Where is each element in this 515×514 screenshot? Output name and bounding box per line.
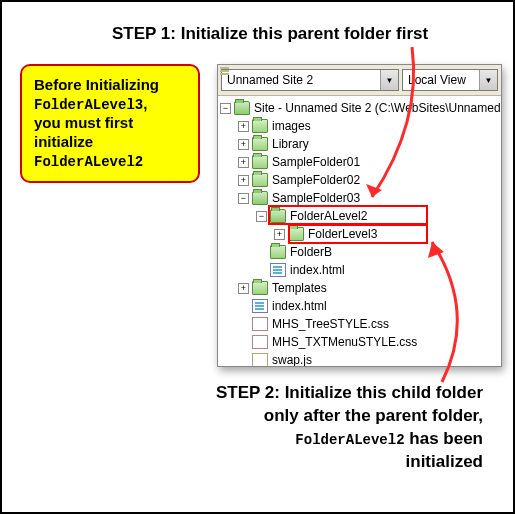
- view-select-value: Local View: [408, 73, 466, 87]
- tree-label: Templates: [272, 281, 327, 295]
- tree-label: SampleFolder02: [272, 173, 360, 187]
- callout-code1: FolderALevel3: [34, 97, 143, 113]
- step2-line4: initialized: [406, 452, 483, 471]
- tree-label: SampleFolder01: [272, 155, 360, 169]
- panel-toolbar: Unnamed Site 2 ▼ Local View ▼: [218, 65, 501, 96]
- tree-row-css1[interactable]: MHS_TreeSTYLE.css: [220, 315, 501, 333]
- expand-toggle[interactable]: +: [238, 283, 249, 294]
- tree-row-sf02[interactable]: + SampleFolder02: [220, 171, 501, 189]
- tree-row-root[interactable]: − Site - Unnamed Site 2 (C:\WebSites\Unn…: [220, 99, 501, 117]
- folder-icon: [288, 227, 304, 241]
- folder-icon: [252, 137, 268, 151]
- folder-icon: [270, 245, 286, 259]
- tree-label: images: [272, 119, 311, 133]
- callout-line4: initialize: [34, 133, 93, 150]
- tree-row-fb[interactable]: FolderB: [220, 243, 501, 261]
- folder-open-icon: [252, 191, 268, 205]
- tree-row-fal2[interactable]: − FolderALevel2: [220, 207, 501, 225]
- warning-callout: Before Initializing FolderALevel3, you m…: [20, 64, 200, 183]
- dropdown-arrow-icon: ▼: [380, 70, 398, 90]
- tree-row-idx2[interactable]: index.html: [220, 297, 501, 315]
- expand-toggle[interactable]: +: [238, 175, 249, 186]
- step2-heading: STEP 2: Initialize this child folder onl…: [153, 382, 483, 474]
- dropdown-arrow-icon: ▼: [479, 70, 497, 90]
- folder-icon: [252, 281, 268, 295]
- view-select[interactable]: Local View ▼: [402, 69, 498, 91]
- tree-label: index.html: [290, 263, 345, 277]
- tree-label: index.html: [272, 299, 327, 313]
- tree-row-css2[interactable]: MHS_TXTMenuSTYLE.css: [220, 333, 501, 351]
- js-file-icon: [252, 353, 268, 366]
- tree-label: MHS_TreeSTYLE.css: [272, 317, 389, 331]
- html-file-icon: [252, 299, 268, 313]
- tree-label: Library: [272, 137, 309, 151]
- folder-open-icon: [234, 101, 250, 115]
- css-file-icon: [252, 335, 268, 349]
- step2-line1: STEP 2: Initialize this child folder: [216, 383, 483, 402]
- tree-row-fl3[interactable]: + FolderLevel3: [220, 225, 501, 243]
- files-panel: Unnamed Site 2 ▼ Local View ▼ − Site - U…: [217, 64, 502, 367]
- tree-row-idx[interactable]: index.html: [220, 261, 501, 279]
- tree-row-sf03[interactable]: − SampleFolder03: [220, 189, 501, 207]
- tree-label: Site - Unnamed Site 2 (C:\WebSites\Unnam…: [254, 101, 501, 115]
- callout-line1: Before Initializing: [34, 76, 159, 93]
- tree-row-templates[interactable]: + Templates: [220, 279, 501, 297]
- step2-line3b: has been: [405, 429, 483, 448]
- site-select-value: Unnamed Site 2: [227, 73, 313, 87]
- expand-toggle[interactable]: +: [238, 139, 249, 150]
- tree-label: SampleFolder03: [272, 191, 360, 205]
- callout-comma: ,: [143, 95, 147, 112]
- site-select[interactable]: Unnamed Site 2 ▼: [221, 69, 399, 91]
- step2-code: FolderALevel2: [295, 432, 404, 448]
- expand-toggle[interactable]: +: [274, 229, 285, 240]
- tree-label: FolderLevel3: [308, 227, 377, 241]
- folder-icon: [252, 119, 268, 133]
- tree-row-js[interactable]: swap.js: [220, 351, 501, 366]
- tree-row-sf01[interactable]: + SampleFolder01: [220, 153, 501, 171]
- html-file-icon: [270, 263, 286, 277]
- callout-code2: FolderALevel2: [34, 154, 143, 170]
- folder-open-icon: [270, 209, 286, 223]
- step2-line2: only after the parent folder,: [264, 406, 483, 425]
- tree-row-library[interactable]: + Library: [220, 135, 501, 153]
- tree-label: FolderB: [290, 245, 332, 259]
- tree-label: FolderALevel2: [290, 209, 367, 223]
- expand-toggle[interactable]: +: [238, 157, 249, 168]
- tree-row-images[interactable]: + images: [220, 117, 501, 135]
- step1-heading: STEP 1: Initialize this parent folder fi…: [112, 24, 428, 44]
- folder-icon: [252, 173, 268, 187]
- file-tree[interactable]: − Site - Unnamed Site 2 (C:\WebSites\Unn…: [218, 96, 501, 366]
- css-file-icon: [252, 317, 268, 331]
- callout-line3: you must first: [34, 114, 133, 131]
- expand-toggle[interactable]: −: [256, 211, 267, 222]
- expand-toggle[interactable]: +: [238, 121, 249, 132]
- expand-toggle[interactable]: −: [238, 193, 249, 204]
- folder-icon: [252, 155, 268, 169]
- tree-label: MHS_TXTMenuSTYLE.css: [272, 335, 417, 349]
- expand-toggle[interactable]: −: [220, 103, 231, 114]
- tree-label: swap.js: [272, 353, 312, 366]
